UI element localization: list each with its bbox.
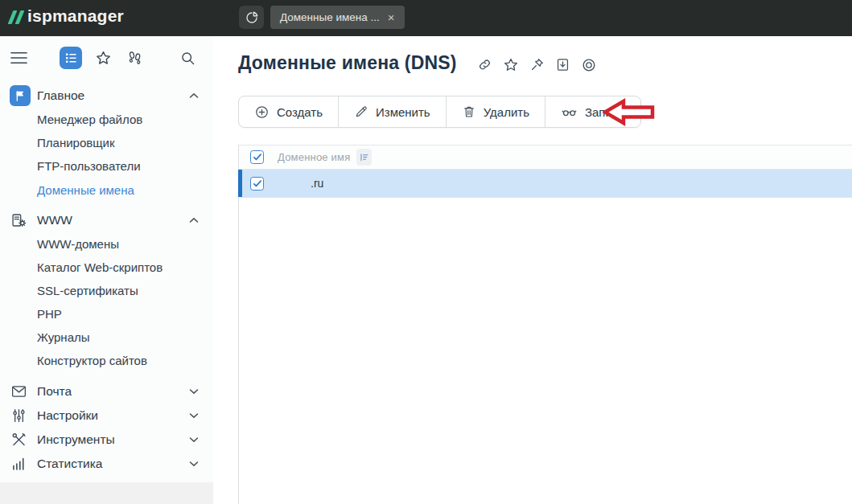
trash-icon xyxy=(462,104,476,119)
create-button-label: Создать xyxy=(277,105,323,119)
sidebar: Главное Менеджер файлов Планировщик FTP-… xyxy=(0,36,213,504)
sidebar-item-php[interactable]: PHP xyxy=(37,302,62,326)
sidebar-menu: Главное Менеджер файлов Планировщик FTP-… xyxy=(0,36,213,482)
chevron-down-icon[interactable] xyxy=(189,412,199,419)
domains-table: Доменное имя .ru xyxy=(238,145,852,504)
edit-button[interactable]: Изменить xyxy=(338,96,446,127)
red-arrow-annotation xyxy=(603,97,656,127)
sidebar-item-ssl-certificates[interactable]: SSL-сертификаты xyxy=(37,279,138,302)
sliders-icon xyxy=(10,408,27,424)
sidebar-item-web-scripts[interactable]: Каталог Web-скриптов xyxy=(37,256,163,279)
close-icon[interactable]: × xyxy=(388,11,395,23)
table-row-domain[interactable]: .ru xyxy=(239,170,852,198)
pie-chart-icon xyxy=(245,10,259,25)
dashboard-tab-button[interactable] xyxy=(239,6,264,29)
sidebar-item-site-builder[interactable]: Конструктор сайтов xyxy=(37,349,147,372)
sidebar-item-scheduler[interactable]: Планировщик xyxy=(37,131,114,154)
pin-icon[interactable] xyxy=(529,57,545,72)
server-gear-icon xyxy=(10,212,27,229)
sidebar-section-tools[interactable]: Инструменты xyxy=(0,428,213,452)
mail-icon xyxy=(10,383,27,400)
pencil-icon xyxy=(354,104,368,119)
glasses-icon xyxy=(561,104,578,119)
gear-ring-icon[interactable] xyxy=(581,57,597,73)
topbar: ispmanager Доменные имена ... × xyxy=(0,0,852,36)
open-tab-domain-names[interactable]: Доменные имена ... × xyxy=(270,6,405,29)
table-header-row: Доменное имя xyxy=(239,145,852,170)
sidebar-section-mail[interactable]: Почта xyxy=(0,379,213,404)
sort-icon[interactable] xyxy=(356,149,372,166)
stats-icon xyxy=(10,456,27,473)
section-label: Почта xyxy=(37,379,72,404)
create-button[interactable]: Создать xyxy=(239,96,338,127)
sidebar-item-ftp-users[interactable]: FTP-пользователи xyxy=(37,154,141,178)
plus-circle-icon xyxy=(254,104,270,120)
chevron-up-icon[interactable] xyxy=(189,92,199,99)
sidebar-item-logs[interactable]: Журналы xyxy=(37,326,90,349)
ispmanager-logo[interactable]: ispmanager xyxy=(10,6,124,26)
delete-button[interactable]: Удалить xyxy=(446,96,545,127)
sidebar-section-www[interactable]: WWW xyxy=(0,208,213,232)
star-icon[interactable] xyxy=(503,57,519,73)
domain-name-cell: .ru xyxy=(311,177,323,190)
section-label: Инструменты xyxy=(37,428,115,452)
logo-slashes-icon xyxy=(10,10,22,24)
tab-label: Доменные имена ... xyxy=(280,11,380,23)
main-content: Доменные имена (DNS) xyxy=(213,36,852,504)
section-label: Настройки xyxy=(37,404,98,428)
sidebar-item-file-manager[interactable]: Менеджер файлов xyxy=(37,108,142,131)
page-title-actions xyxy=(477,57,597,73)
sidebar-section-settings[interactable]: Настройки xyxy=(0,404,213,428)
sidebar-item-www-domains[interactable]: WWW-домены xyxy=(37,232,119,256)
chevron-down-icon[interactable] xyxy=(189,388,199,395)
tools-icon xyxy=(10,432,27,449)
chevron-down-icon[interactable] xyxy=(189,436,199,443)
row-checkbox[interactable] xyxy=(250,177,264,191)
toolbar: Создать Изменить Удалить xyxy=(238,96,641,128)
edit-button-label: Изменить xyxy=(376,105,430,119)
chevron-up-icon[interactable] xyxy=(189,217,199,223)
logo-text: ispmanager xyxy=(27,6,124,26)
sidebar-item-domain-names[interactable]: Доменные имена xyxy=(37,178,134,202)
sidebar-section-statistics[interactable]: Статистика xyxy=(0,452,213,476)
column-header-domain-name[interactable]: Доменное имя xyxy=(278,151,350,163)
section-label: WWW xyxy=(37,208,72,232)
link-icon[interactable] xyxy=(477,57,492,72)
section-label: Статистика xyxy=(37,452,102,476)
sidebar-section-main[interactable]: Главное xyxy=(0,84,213,108)
flag-icon xyxy=(10,85,31,106)
delete-button-label: Удалить xyxy=(484,105,529,119)
section-label: Главное xyxy=(37,84,84,108)
select-all-checkbox[interactable] xyxy=(250,150,264,164)
chevron-down-icon[interactable] xyxy=(189,461,199,467)
page-title: Доменные имена (DNS) xyxy=(238,52,457,74)
export-icon[interactable] xyxy=(555,57,570,72)
sidebar-footer-area xyxy=(0,482,213,504)
